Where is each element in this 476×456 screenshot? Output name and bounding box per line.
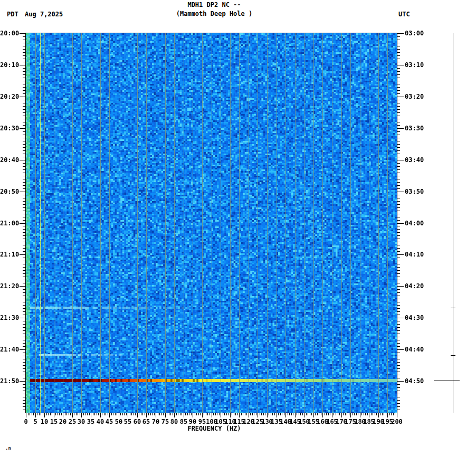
time-minor-tick <box>23 169 26 170</box>
freq-minor-tick <box>58 413 58 415</box>
freq-minor-tick <box>117 413 117 415</box>
freq-minor-tick <box>39 413 40 415</box>
freq-minor-tick <box>196 413 197 415</box>
freq-tick <box>202 413 203 417</box>
freq-minor-tick <box>280 413 281 415</box>
time-tick <box>397 286 404 287</box>
freq-minor-tick <box>217 413 217 415</box>
time-minor-tick <box>23 264 26 264</box>
freq-minor-tick <box>30 413 30 415</box>
freq-minor-tick <box>80 413 80 415</box>
time-minor-tick <box>397 248 400 249</box>
freq-minor-tick <box>83 413 84 415</box>
freq-tick <box>72 413 73 417</box>
time-minor-tick <box>23 334 26 334</box>
time-minor-tick <box>23 68 26 69</box>
time-minor-tick <box>397 188 400 189</box>
time-minor-tick <box>397 55 400 56</box>
time-minor-tick <box>397 365 400 366</box>
time-minor-tick <box>23 214 26 214</box>
time-minor-tick <box>397 43 400 43</box>
freq-minor-tick <box>134 413 134 415</box>
freq-minor-tick <box>219 413 220 415</box>
time-minor-tick <box>397 375 400 375</box>
freq-tick <box>54 413 54 417</box>
time-minor-tick <box>397 324 400 325</box>
time-minor-tick <box>23 406 26 407</box>
time-tick-label-right: 03:40 <box>405 157 424 163</box>
freq-minor-tick <box>384 413 384 415</box>
time-minor-tick <box>23 239 26 239</box>
freq-minor-tick <box>367 413 368 415</box>
time-minor-tick <box>397 122 400 122</box>
freq-tick <box>304 413 304 417</box>
freq-minor-tick <box>302 413 303 415</box>
freq-minor-tick <box>176 413 177 415</box>
time-minor-tick <box>397 173 400 173</box>
freq-minor-tick <box>102 413 102 415</box>
freq-minor-tick <box>94 413 95 415</box>
time-minor-tick <box>397 277 400 277</box>
time-minor-tick <box>23 93 26 94</box>
time-minor-tick <box>23 277 26 277</box>
time-minor-tick <box>397 372 400 372</box>
freq-minor-tick <box>206 413 206 415</box>
freq-minor-tick <box>111 413 112 415</box>
freq-minor-tick <box>380 413 380 415</box>
time-minor-tick <box>397 116 400 116</box>
date-label: Aug 7,2025 <box>25 11 63 17</box>
freq-minor-tick <box>159 413 160 415</box>
freq-minor-tick <box>152 413 153 415</box>
time-minor-tick <box>397 292 400 293</box>
time-minor-tick <box>23 400 26 401</box>
time-tick <box>397 223 404 224</box>
freq-minor-tick <box>288 413 288 415</box>
freq-minor-tick <box>343 413 344 415</box>
freq-minor-tick <box>269 413 269 415</box>
freq-tick <box>193 413 193 417</box>
time-minor-tick <box>397 239 400 239</box>
time-minor-tick <box>23 368 26 369</box>
time-minor-tick <box>23 195 26 195</box>
time-minor-tick <box>23 204 26 205</box>
freq-minor-tick <box>386 413 386 415</box>
freq-minor-tick <box>395 413 395 415</box>
freq-minor-tick <box>115 413 116 415</box>
freq-minor-tick <box>274 413 275 415</box>
time-minor-tick <box>397 280 400 280</box>
freq-tick <box>378 413 379 417</box>
freq-minor-tick <box>28 413 28 415</box>
freq-minor-tick <box>191 413 192 415</box>
spectrogram-page: MDH1 DP2 NC -- (Mammoth Deep Hole ) PDT … <box>0 0 476 456</box>
time-minor-tick <box>23 147 26 148</box>
time-minor-tick <box>397 59 400 59</box>
time-minor-tick <box>23 109 26 110</box>
time-tick-label-right: 03:30 <box>405 125 424 131</box>
freq-minor-tick <box>167 413 167 415</box>
freq-minor-tick <box>52 413 52 415</box>
page-title: MDH1 DP2 NC -- <box>26 2 403 8</box>
time-minor-tick <box>397 387 400 388</box>
time-tick-label-left: 21:50 <box>0 378 19 384</box>
freq-minor-tick <box>32 413 32 415</box>
time-minor-tick <box>23 378 26 378</box>
time-tick <box>397 33 404 34</box>
freq-tick <box>156 413 156 417</box>
time-minor-tick <box>23 81 26 81</box>
time-minor-tick <box>23 311 26 312</box>
freq-minor-tick <box>265 413 265 415</box>
time-minor-tick <box>397 289 400 290</box>
time-minor-tick <box>397 267 400 268</box>
freq-minor-tick <box>250 413 251 415</box>
freq-minor-tick <box>154 413 155 415</box>
time-minor-tick <box>397 391 400 391</box>
time-minor-tick <box>397 211 400 211</box>
time-tick-label-left: 21:00 <box>0 220 19 226</box>
time-minor-tick <box>23 375 26 375</box>
time-minor-tick <box>23 283 26 283</box>
time-minor-tick <box>397 49 400 50</box>
time-minor-tick <box>23 220 26 221</box>
freq-minor-tick <box>108 413 108 415</box>
time-minor-tick <box>23 232 26 233</box>
freq-minor-tick <box>311 413 312 415</box>
